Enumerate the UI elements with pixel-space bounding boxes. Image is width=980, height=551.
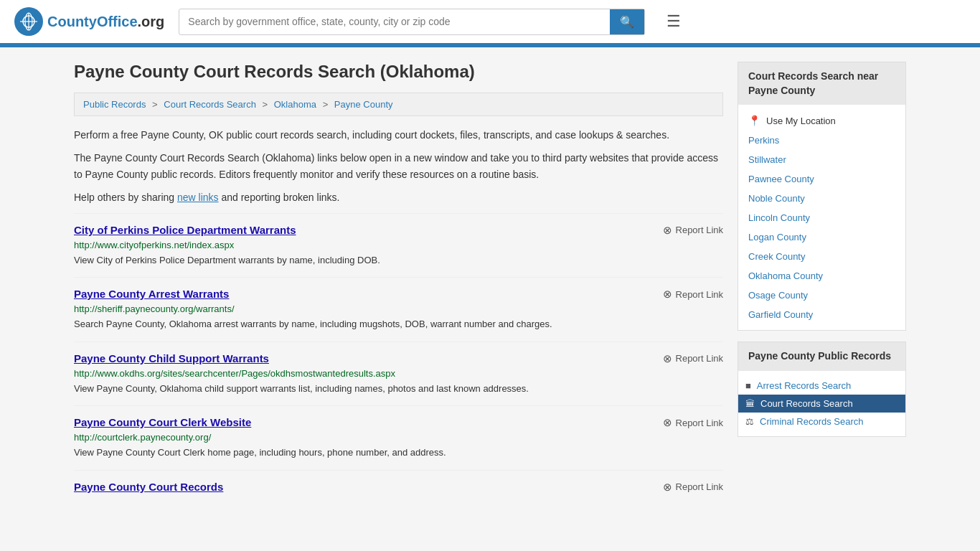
nearby-item-link[interactable]: Garfield County [748,309,813,320]
record-description: View Payne County, Oklahoma child suppor… [74,382,723,396]
search-input[interactable] [179,10,610,33]
record-entry: City of Perkins Police Department Warran… [74,213,723,278]
nearby-item[interactable]: Garfield County [738,305,905,324]
record-title[interactable]: Payne County Court Records [74,481,223,493]
record-type-icon: 🏛 [745,398,755,409]
nearby-section: Court Records Search near Payne County 📍… [738,62,906,331]
record-entry: Payne County Child Support Warrants ⊗ Re… [74,342,723,406]
record-entry: Payne County Court Records ⊗ Report Link [74,470,723,504]
search-button[interactable]: 🔍 [610,9,644,34]
nearby-item[interactable]: Perkins [738,131,905,150]
record-url[interactable]: http://courtclerk.paynecounty.org/ [74,432,723,443]
record-entry-header: Payne County Court Clerk Website ⊗ Repor… [74,416,723,429]
search-icon: 🔍 [620,16,634,28]
breadcrumb-public-records[interactable]: Public Records [83,99,146,110]
breadcrumb-sep1: > [152,99,158,110]
nearby-item-link[interactable]: Stillwater [748,154,786,165]
nearby-item[interactable]: Lincoln County [738,208,905,227]
logo-icon [14,7,43,36]
public-records-body: ■Arrest Records Search🏛Court Records Sea… [738,371,905,436]
report-icon: ⊗ [663,481,672,494]
nearby-item-link[interactable]: Perkins [748,135,779,146]
report-link-button[interactable]: ⊗ Report Link [663,288,723,301]
breadcrumb-oklahoma[interactable]: Oklahoma [274,99,316,110]
public-record-link[interactable]: Criminal Records Search [760,416,864,427]
nearby-item-link[interactable]: Creek County [748,251,805,262]
record-title[interactable]: Payne County Child Support Warrants [74,352,269,364]
nearby-item[interactable]: Logan County [738,227,905,247]
report-icon: ⊗ [663,224,672,237]
report-icon: ⊗ [663,416,672,429]
nearby-item-link[interactable]: Pawnee County [748,174,814,184]
breadcrumb-sep2: > [263,99,268,110]
record-entry-header: City of Perkins Police Department Warran… [74,224,723,237]
record-url[interactable]: http://www.okdhs.org/sites/searchcenter/… [74,368,723,379]
report-link-button[interactable]: ⊗ Report Link [663,481,723,494]
public-record-item[interactable]: ■Arrest Records Search [738,377,905,395]
nearby-item-link[interactable]: Lincoln County [748,212,810,223]
menu-icon[interactable]: ☰ [666,12,681,31]
record-entry-header: Payne County Arrest Warrants ⊗ Report Li… [74,288,723,301]
record-entry: Payne County Arrest Warrants ⊗ Report Li… [74,277,723,342]
public-record-item[interactable]: ⚖Criminal Records Search [738,413,905,430]
breadcrumb-court-records-search[interactable]: Court Records Search [164,99,256,110]
public-records-list: ■Arrest Records Search🏛Court Records Sea… [738,377,905,430]
nearby-header: Court Records Search near Payne County [738,62,905,105]
nearby-item-link[interactable]: Noble County [748,193,805,204]
record-description: Search Payne County, Oklahoma arrest war… [74,317,723,331]
report-link-button[interactable]: ⊗ Report Link [663,416,723,429]
record-url[interactable]: http://www.cityofperkins.net/index.aspx [74,240,723,250]
main-container: Payne County Court Records Search (Oklah… [60,47,920,518]
report-icon: ⊗ [663,288,672,301]
description-para3: Help others by sharing new links and rep… [74,189,723,205]
record-type-icon: ⚖ [745,416,754,427]
public-records-section: Payne County Public Records ■Arrest Reco… [738,342,906,437]
record-description: View City of Perkins Police Department w… [74,253,723,268]
public-record-link[interactable]: Arrest Records Search [757,380,852,391]
use-location[interactable]: 📍 Use My Location [738,110,905,131]
breadcrumb-payne-county[interactable]: Payne County [334,99,393,110]
new-links[interactable]: new links [177,192,219,203]
report-link-label: Report Link [676,418,723,428]
nearby-item[interactable]: Pawnee County [738,169,905,189]
record-entry-header: Payne County Child Support Warrants ⊗ Re… [74,352,723,365]
report-link-label: Report Link [676,353,723,364]
record-title[interactable]: Payne County Court Clerk Website [74,416,251,428]
record-url[interactable]: http://sheriff.paynecounty.org/warrants/ [74,303,723,314]
nearby-item[interactable]: Noble County [738,189,905,208]
nearby-item-link[interactable]: Osage County [748,290,808,301]
content-area: Payne County Court Records Search (Oklah… [74,62,723,504]
record-title[interactable]: City of Perkins Police Department Warran… [74,224,296,236]
record-description: View Payne County Court Clerk home page,… [74,446,723,460]
record-entry: Payne County Court Clerk Website ⊗ Repor… [74,405,723,470]
nearby-item-link[interactable]: Oklahoma County [748,270,823,281]
logo[interactable]: CountyOffice.org [14,7,164,36]
report-link-label: Report Link [676,289,723,300]
nearby-item[interactable]: Creek County [738,247,905,266]
description-para1: Perform a free Payne County, OK public c… [74,127,723,143]
public-record-item[interactable]: 🏛Court Records Search [738,395,905,413]
nearby-item-link[interactable]: Logan County [748,232,806,242]
report-icon: ⊗ [663,352,672,365]
breadcrumb-sep3: > [323,99,329,110]
public-record-label: Court Records Search [760,398,853,409]
record-type-icon: ■ [745,380,751,391]
location-icon: 📍 [748,115,760,126]
nearby-item[interactable]: Osage County [738,286,905,305]
search-bar: 🔍 [179,9,645,35]
report-link-label: Report Link [676,481,723,492]
header: CountyOffice.org 🔍 ☰ [0,0,980,45]
report-link-button[interactable]: ⊗ Report Link [663,352,723,365]
nearby-item[interactable]: Stillwater [738,150,905,169]
nearby-items-list: PerkinsStillwaterPawnee CountyNoble Coun… [738,131,905,324]
record-title[interactable]: Payne County Arrest Warrants [74,288,229,300]
record-entry-header: Payne County Court Records ⊗ Report Link [74,481,723,494]
nearby-item[interactable]: Oklahoma County [738,266,905,286]
nearby-body: 📍 Use My Location PerkinsStillwaterPawne… [738,105,905,330]
logo-text: CountyOffice.org [47,14,164,30]
public-records-header: Payne County Public Records [738,342,905,371]
description-para2: The Payne County Court Records Search (O… [74,150,723,182]
breadcrumb: Public Records > Court Records Search > … [74,93,723,116]
page-title: Payne County Court Records Search (Oklah… [74,62,723,82]
report-link-button[interactable]: ⊗ Report Link [663,224,723,237]
